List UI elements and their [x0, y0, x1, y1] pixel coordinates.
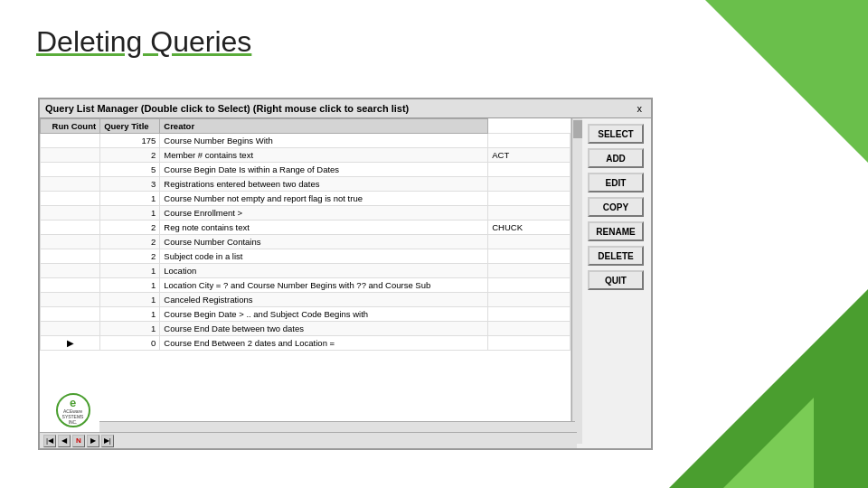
cell-query-title: Location City = ? and Course Number Begi… — [160, 278, 488, 293]
dialog-title-text: Query List Manager (Double click to Sele… — [45, 103, 409, 114]
col-creator: Creator — [160, 119, 488, 134]
nav-new-button[interactable]: N — [72, 435, 85, 447]
bg-decoration-top-right — [705, 0, 868, 163]
table-row[interactable]: 1Location City = ? and Course Number Beg… — [41, 278, 571, 293]
cell-query-title: Course End Between 2 dates and Location … — [160, 336, 488, 351]
cell-creator: ACT — [488, 148, 571, 163]
row-indicator — [41, 221, 100, 235]
dialog-title-bar: Query List Manager (Double click to Sele… — [40, 99, 651, 118]
copy-button[interactable]: COPY — [588, 197, 644, 217]
row-indicator — [41, 264, 100, 278]
buttons-panel: SELECTADDEDITCOPYRENAMEDELETEQUIT — [582, 118, 651, 444]
logo-letter: e — [70, 397, 76, 408]
nav-first-button[interactable]: |◀ — [43, 435, 56, 447]
horizontal-scrollbar[interactable] — [99, 421, 575, 432]
cell-creator — [488, 307, 571, 322]
logo-circle: e ACEwareSYSTEMSINC. — [56, 393, 90, 427]
table-row[interactable]: 2Subject code in a list — [41, 249, 571, 264]
cell-run-count: 1 — [100, 278, 160, 293]
table-row[interactable]: 2Member # contains textACT — [41, 148, 571, 163]
cell-query-title: Course Begin Date > .. and Subject Code … — [160, 307, 488, 322]
nav-last-button[interactable]: ▶| — [101, 435, 114, 447]
row-indicator — [41, 293, 100, 307]
table-row[interactable]: ▶0Course End Between 2 dates and Locatio… — [41, 336, 571, 351]
table-header-row: Run Count Query Title Creator — [41, 119, 571, 134]
table-row[interactable]: 2Reg note contains textCHUCK — [41, 221, 571, 235]
logo-subtext: ACEwareSYSTEMSINC. — [62, 408, 84, 425]
cell-query-title: Reg note contains text — [160, 221, 488, 235]
row-indicator — [41, 249, 100, 264]
table-row[interactable]: 1Location — [41, 264, 571, 278]
dialog-body: Run Count Query Title Creator 175Course … — [40, 118, 651, 444]
select-button[interactable]: SELECT — [588, 124, 644, 144]
table-row[interactable]: 3Registrations entered between two dates — [41, 177, 571, 192]
table-row[interactable]: 1Canceled Registrations — [41, 293, 571, 307]
cell-query-title: Registrations entered between two dates — [160, 177, 488, 192]
table-row[interactable]: 1Course End Date between two dates — [41, 322, 571, 336]
dialog-statusbar: |◀ ◀ N ▶ ▶| — [40, 432, 577, 448]
rename-button[interactable]: RENAME — [588, 221, 644, 241]
cell-run-count: 175 — [100, 134, 160, 148]
nav-controls: |◀ ◀ N ▶ ▶| — [43, 435, 114, 447]
cell-creator — [488, 249, 571, 264]
row-indicator — [41, 148, 100, 163]
scrollbar-thumb[interactable] — [573, 120, 582, 138]
logo-area: e ACEwareSYSTEMSINC. — [43, 392, 102, 428]
cell-creator — [488, 278, 571, 293]
add-button[interactable]: ADD — [588, 148, 644, 168]
table-row[interactable]: 1Course Enrollment > — [41, 206, 571, 221]
cell-run-count: 1 — [100, 206, 160, 221]
col-query-title: Query Title — [100, 119, 160, 134]
cell-run-count: 3 — [100, 177, 160, 192]
table-row[interactable]: 175Course Number Begins With — [41, 134, 571, 148]
cell-run-count: 2 — [100, 249, 160, 264]
table-area: Run Count Query Title Creator 175Course … — [40, 118, 571, 444]
table-row[interactable]: 2Course Number Contains — [41, 235, 571, 249]
row-indicator — [41, 235, 100, 249]
cell-query-title: Course End Date between two dates — [160, 322, 488, 336]
row-indicator — [41, 163, 100, 177]
cell-creator — [488, 177, 571, 192]
cell-creator — [488, 235, 571, 249]
nav-prev-button[interactable]: ◀ — [58, 435, 71, 447]
row-indicator — [41, 192, 100, 206]
page-title: Deleting Queries — [36, 25, 251, 59]
cell-query-title: Canceled Registrations — [160, 293, 488, 307]
edit-button[interactable]: EDIT — [588, 173, 644, 192]
cell-query-title: Course Number Begins With — [160, 134, 488, 148]
cell-creator — [488, 192, 571, 206]
delete-button[interactable]: DELETE — [588, 246, 644, 266]
quit-button[interactable]: QUIT — [588, 270, 644, 290]
row-indicator — [41, 177, 100, 192]
cell-creator: CHUCK — [488, 221, 571, 235]
cell-creator — [488, 322, 571, 336]
cell-run-count: 2 — [100, 221, 160, 235]
row-indicator — [41, 307, 100, 322]
nav-next-button[interactable]: ▶ — [87, 435, 99, 447]
dialog-close-button[interactable]: x — [634, 103, 646, 114]
row-indicator — [41, 278, 100, 293]
cell-creator — [488, 264, 571, 278]
cell-creator — [488, 206, 571, 221]
cell-run-count: 5 — [100, 163, 160, 177]
row-indicator — [41, 322, 100, 336]
cell-run-count: 1 — [100, 293, 160, 307]
cell-run-count: 2 — [100, 235, 160, 249]
table-row[interactable]: 1Course Begin Date > .. and Subject Code… — [41, 307, 571, 322]
cell-query-title: Course Enrollment > — [160, 206, 488, 221]
col-run-count: Run Count — [41, 119, 100, 134]
cell-run-count: 0 — [100, 336, 160, 351]
table-row[interactable]: 5Course Begin Date Is within a Range of … — [41, 163, 571, 177]
cell-query-title: Member # contains text — [160, 148, 488, 163]
query-list-dialog: Query List Manager (Double click to Sele… — [38, 98, 653, 450]
cell-creator — [488, 134, 571, 148]
vertical-scrollbar[interactable] — [571, 118, 582, 444]
cell-query-title: Location — [160, 264, 488, 278]
cell-creator — [488, 163, 571, 177]
cell-run-count: 1 — [100, 264, 160, 278]
table-row[interactable]: 1Course Number not empty and report flag… — [41, 192, 571, 206]
cell-query-title: Course Number Contains — [160, 235, 488, 249]
query-table: Run Count Query Title Creator 175Course … — [40, 118, 571, 351]
cell-creator — [488, 293, 571, 307]
row-indicator — [41, 206, 100, 221]
